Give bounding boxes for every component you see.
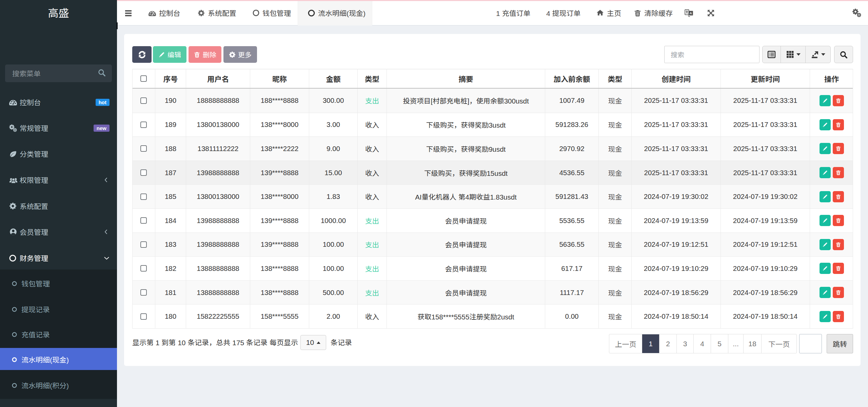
svg-text:A: A [690, 11, 692, 15]
